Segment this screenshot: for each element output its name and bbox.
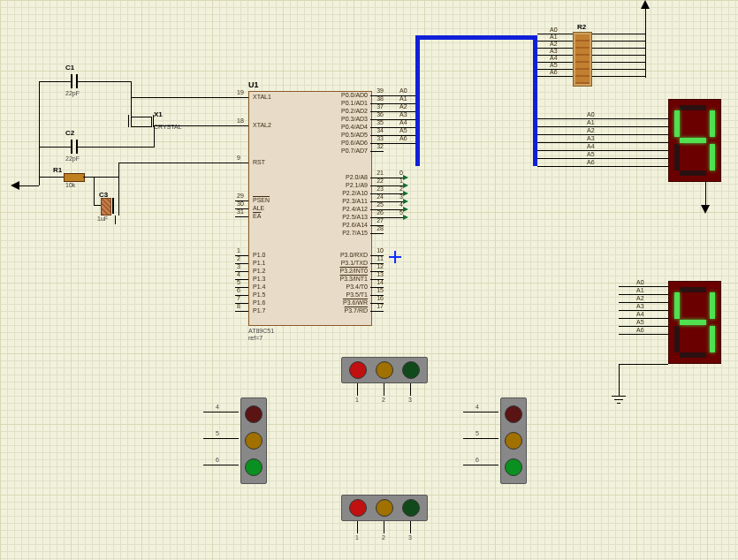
mcu-pin-right-name: P0.6/AD6	[341, 140, 368, 146]
mcu-pin-right-name: P2.0/A8	[346, 174, 368, 180]
mcu-pin-right-name: P0.0/AD0	[341, 92, 368, 98]
tl-bot-green	[402, 499, 420, 517]
seg1-f	[674, 110, 680, 137]
tl-left-green	[245, 458, 262, 476]
seven-seg-2[interactable]	[668, 281, 721, 364]
mcu-pin-right-name: P0.2/AD2	[341, 108, 368, 114]
vcc-arrow-r2	[641, 0, 650, 9]
mcu-pin-left-num: 30	[237, 201, 244, 207]
mcu-pin-right-num: 33	[377, 135, 384, 141]
seg2-d	[680, 352, 706, 358]
mcu-pin-right-num: 35	[377, 119, 384, 125]
seg2-b	[710, 292, 715, 319]
mcu-pin-left-num: 18	[237, 117, 244, 124]
mcu-pin-right-num: 26	[377, 209, 384, 216]
mcu-pin-left-name: XTAL1	[253, 94, 271, 100]
disp2-pin-label: A6	[636, 327, 644, 333]
seg2-c	[710, 326, 715, 352]
disp1-pin-label: A3	[587, 135, 595, 141]
mcu-pin-left-num: 4	[237, 271, 240, 277]
disp1-pin-label: A6	[587, 159, 595, 165]
tl-top-green	[402, 361, 420, 379]
disp1-pin-label: A2	[587, 127, 595, 133]
mcu-pin-right-num: 17	[377, 303, 384, 309]
mcu-pin-right-num: 16	[377, 295, 384, 301]
schematic-canvas[interactable]: U1 AT89C51 ref=7 19 XTAL1 18 XTAL2 9 RST…	[0, 0, 738, 560]
traffic-light-right[interactable]	[500, 397, 527, 484]
disp2-pin-label: A0	[636, 279, 644, 285]
mcu-pin-right-num: 15	[377, 287, 384, 293]
mcu-pin-right-num: 39	[377, 87, 384, 94]
r2-body[interactable]	[573, 32, 592, 87]
mcu-pin-left-name: EA	[253, 213, 261, 219]
mcu-pin-right-name: P2.7/A15	[342, 230, 368, 236]
mcu-pin-right-num: 28	[377, 225, 384, 231]
tl-bot-yellow	[376, 499, 393, 517]
mcu-pin-left-num: 5	[237, 279, 240, 285]
mcu-pin-right-name: P3.7/RD	[345, 307, 368, 314]
mcu-pin-right-name: P0.3/AD3	[341, 116, 368, 122]
crystal-body[interactable]	[131, 117, 152, 127]
mcu-pin-left-name: P1.3	[253, 276, 265, 282]
r1-body[interactable]	[64, 173, 85, 182]
mcu-pin-left-name: XTAL2	[253, 122, 271, 128]
net-p0-label: A2	[399, 103, 407, 110]
mcu-pin-right-name: P2.5/A13	[342, 214, 368, 220]
gnd-arrow-left	[11, 181, 19, 190]
mcu-pin-left-num: 1	[237, 247, 240, 254]
place-cursor[interactable]	[389, 251, 401, 263]
mcu-pin-left-name: P1.7	[253, 307, 265, 314]
net-p0-label: A0	[399, 87, 407, 94]
r2-pin-label: A6	[550, 69, 558, 75]
mcu-pin-right-num: 23	[377, 185, 384, 192]
c2-ref: C2	[65, 129, 74, 137]
mcu-pin-left-num: 31	[237, 208, 244, 215]
traffic-light-left[interactable]	[240, 397, 267, 484]
seven-seg-1[interactable]	[668, 99, 721, 182]
tl-bot-pin3: 3	[408, 534, 412, 541]
mcu-pin-left-name: P1.4	[253, 284, 265, 290]
mcu-pin-left-num: 8	[237, 303, 240, 309]
net-p0-label: A4	[399, 119, 407, 125]
mcu-pin-right-name: P0.4/AD4	[341, 124, 368, 130]
mcu-pin-left-num: 6	[237, 287, 240, 293]
disp2-pin-label: A2	[636, 295, 644, 301]
seg2-g	[680, 320, 706, 325]
c2-val: 22pF	[65, 155, 80, 162]
mcu-pin-right-name: P2.6/A14	[342, 222, 368, 228]
bus-vert-left2	[415, 35, 420, 95]
traffic-light-top[interactable]	[341, 357, 428, 383]
mcu-pin-right-name: P3.1/TXD	[341, 260, 368, 266]
tl-top-pin3: 3	[408, 397, 412, 403]
mcu-pin-right-name: P0.1/AD1	[341, 100, 368, 106]
tl-top-pin2: 2	[382, 397, 385, 403]
c3-body[interactable]	[101, 198, 111, 216]
mcu-pin-left-num: 19	[237, 89, 244, 95]
mcu-pin-left-name: P1.5	[253, 291, 265, 298]
seg2-e	[674, 326, 680, 352]
mcu-pin-left-name: P1.2	[253, 268, 265, 274]
mcu-pin-left-name: P1.6	[253, 299, 265, 306]
disp1-pin-label: A0	[587, 111, 595, 117]
mcu-pin-right-num: 11	[377, 255, 384, 261]
mcu-part: AT89C51	[248, 328, 274, 334]
mcu-note: ref=7	[248, 335, 262, 341]
seg1-c	[710, 144, 715, 170]
net-p0-label: A5	[399, 127, 407, 133]
mcu-pin-right-num: 10	[377, 247, 384, 254]
seg1-a	[680, 105, 706, 110]
mcu-pin-left-num: 29	[237, 193, 244, 199]
c1-ref: C1	[65, 64, 74, 72]
mcu-pin-right-num: 13	[377, 271, 384, 277]
disp2-pin-label: A3	[636, 303, 644, 309]
seg1-b	[710, 110, 715, 137]
mcu-pin-right-name: P3.6/WR	[343, 299, 368, 306]
tl-right-pin4: 4	[476, 404, 479, 410]
traffic-light-bottom[interactable]	[341, 495, 428, 521]
mcu-pin-right-num: 21	[377, 170, 384, 176]
mcu-pin-right-num: 12	[377, 263, 384, 269]
mcu-pin-right-num: 27	[377, 217, 384, 223]
mcu-pin-right-name: P0.7/AD7	[341, 148, 368, 154]
disp1-pin-label: A4	[587, 143, 595, 149]
mcu-pin-right-name: P0.5/AD5	[341, 132, 368, 138]
